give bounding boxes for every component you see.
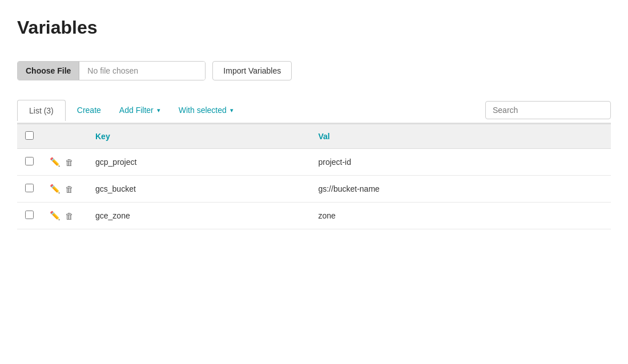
row-actions-cell: ✏️ 🗑 xyxy=(42,176,87,203)
row-key-cell: gcs_bucket xyxy=(87,176,310,203)
row-checkbox-1[interactable] xyxy=(25,184,34,192)
action-icons: ✏️ 🗑 xyxy=(50,184,79,194)
create-button[interactable]: Create xyxy=(68,100,110,120)
with-selected-button[interactable]: With selected xyxy=(170,100,243,120)
select-all-checkbox[interactable] xyxy=(25,131,34,140)
import-section: Choose File No file chosen Import Variab… xyxy=(17,61,611,80)
row-val-cell: zone xyxy=(310,203,611,229)
edit-icon[interactable]: ✏️ xyxy=(50,184,61,194)
file-name-display: No file chosen xyxy=(79,62,205,80)
variables-table: Key Val ✏️ 🗑 gcp_project project-id xyxy=(17,124,611,229)
row-checkbox-0[interactable] xyxy=(25,157,34,165)
row-val-cell: project-id xyxy=(310,149,611,176)
row-checkbox-2[interactable] xyxy=(25,211,34,219)
row-actions-cell: ✏️ 🗑 xyxy=(42,149,87,176)
file-input-wrapper: Choose File No file chosen xyxy=(17,61,206,80)
list-tab[interactable]: List (3) xyxy=(17,100,66,121)
table-row: ✏️ 🗑 gce_zone zone xyxy=(17,203,611,229)
delete-icon[interactable]: 🗑 xyxy=(65,211,74,221)
table-header-row: Key Val xyxy=(17,124,611,149)
action-icons: ✏️ 🗑 xyxy=(50,157,79,167)
row-key-cell: gcp_project xyxy=(87,149,310,176)
edit-icon[interactable]: ✏️ xyxy=(50,211,61,221)
choose-file-button[interactable]: Choose File xyxy=(18,62,79,80)
delete-icon[interactable]: 🗑 xyxy=(65,184,74,194)
delete-icon[interactable]: 🗑 xyxy=(65,157,74,167)
row-val-cell: gs://bucket-name xyxy=(310,176,611,203)
add-filter-button[interactable]: Add Filter xyxy=(110,100,170,120)
toolbar: List (3) Create Add Filter With selected xyxy=(17,98,611,124)
table-row: ✏️ 🗑 gcp_project project-id xyxy=(17,149,611,176)
header-val-col: Val xyxy=(310,124,611,149)
header-actions-col xyxy=(42,124,87,149)
edit-icon[interactable]: ✏️ xyxy=(50,157,61,167)
row-checkbox-cell xyxy=(17,149,42,176)
header-key-col: Key xyxy=(87,124,310,149)
row-checkbox-cell xyxy=(17,203,42,229)
row-checkbox-cell xyxy=(17,176,42,203)
page-title: Variables xyxy=(17,17,611,38)
variables-page: Variables Choose File No file chosen Imp… xyxy=(0,0,628,364)
table-row: ✏️ 🗑 gcs_bucket gs://bucket-name xyxy=(17,176,611,203)
action-icons: ✏️ 🗑 xyxy=(50,211,79,221)
import-variables-button[interactable]: Import Variables xyxy=(212,61,292,80)
search-input[interactable] xyxy=(485,101,611,119)
row-key-cell: gce_zone xyxy=(87,203,310,229)
header-checkbox-col xyxy=(17,124,42,149)
row-actions-cell: ✏️ 🗑 xyxy=(42,203,87,229)
